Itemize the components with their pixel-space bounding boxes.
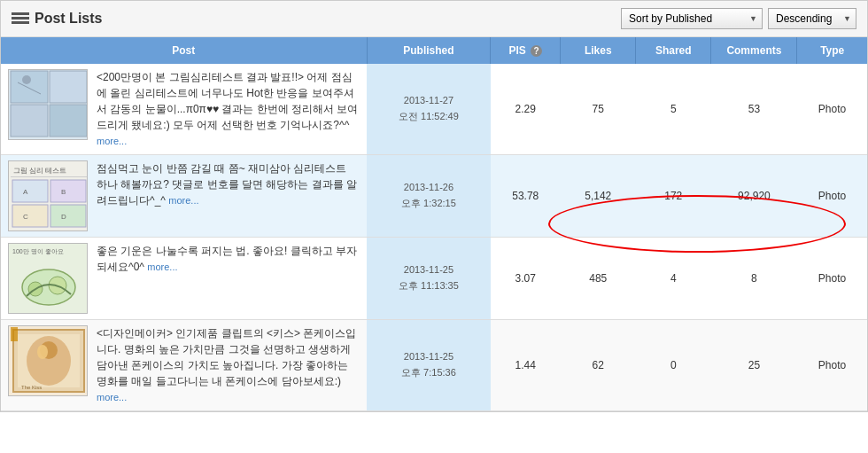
post-table: Post Published PIS ? Likes Shared Commen… — [1, 37, 867, 411]
comments-cell: 25 — [711, 320, 797, 411]
svg-rect-13 — [12, 180, 48, 202]
more-link[interactable]: more... — [97, 392, 127, 402]
order-select[interactable]: Descending Ascending — [768, 8, 856, 29]
sort-select-wrapper: Sort by Published Sort by Likes Sort by … — [621, 8, 763, 29]
svg-rect-0 — [12, 12, 29, 15]
svg-rect-15 — [12, 205, 48, 227]
shared-cell: 0 — [636, 320, 711, 411]
comments-cell: 8 — [711, 238, 797, 320]
svg-text:The Kiss: The Kiss — [21, 385, 42, 390]
likes-cell: 5,142 — [561, 155, 636, 238]
published-cell: 2013-11-25오후 7:15:36 — [367, 320, 491, 411]
svg-rect-7 — [50, 105, 87, 137]
published-date: 2013-11-27 — [404, 95, 453, 105]
post-thumbnail — [8, 69, 88, 140]
published-cell: 2013-11-26오후 1:32:15 — [367, 155, 491, 238]
col-post: Post — [1, 37, 367, 64]
post-cell: 100만 명이 좋아요 좋은 기운은 나눌수록 퍼지는 법. 좋아요! 클릭하고… — [1, 238, 367, 320]
type-cell: Photo — [797, 155, 867, 238]
post-text: <디자인메이커> 인기제품 클립트의 <키스> 폰케이스입니다. 명화의 높은 … — [97, 325, 360, 405]
post-text: 좋은 기운은 나눌수록 퍼지는 법. 좋아요! 클릭하고 부자되세요^0^ mo… — [97, 243, 360, 275]
shared-cell: 4 — [636, 238, 711, 320]
svg-point-31 — [37, 345, 48, 359]
pis-cell: 1.44 — [491, 320, 561, 411]
post-cell: The Kiss <디자인메이커> 인기제품 클립트의 <키스> 폰케이스입니다… — [1, 320, 367, 411]
pis-help-icon[interactable]: ? — [531, 45, 542, 57]
svg-rect-16 — [50, 205, 86, 227]
col-likes: Likes — [561, 37, 636, 64]
svg-point-9 — [22, 75, 31, 84]
published-cell: 2013-11-27오전 11:52:49 — [367, 64, 491, 155]
table-container: Post Published PIS ? Likes Shared Commen… — [1, 37, 867, 411]
header-bar: Post Lists Sort by Published Sort by Lik… — [1, 1, 867, 37]
svg-text:B: B — [61, 188, 66, 196]
svg-text:D: D — [61, 213, 66, 221]
likes-cell: 485 — [561, 238, 636, 320]
post-text: <200만명이 본 그림심리테스트 결과 발표!!> 어제 점심에 올린 심리테… — [97, 69, 360, 149]
col-shared: Shared — [636, 37, 711, 64]
svg-rect-2 — [12, 21, 29, 24]
col-pis: PIS ? — [491, 37, 561, 64]
svg-rect-12 — [11, 176, 87, 177]
svg-text:C: C — [23, 213, 28, 221]
more-link[interactable]: more... — [168, 195, 198, 206]
pis-cell: 3.07 — [491, 238, 561, 320]
svg-text:A: A — [23, 188, 28, 196]
type-cell: Photo — [797, 238, 867, 320]
post-row: 100만 명이 좋아요 좋은 기운은 나눌수록 퍼지는 법. 좋아요! 클릭하고… — [8, 243, 360, 314]
table-row: The Kiss <디자인메이커> 인기제품 클립트의 <키스> 폰케이스입니다… — [1, 320, 867, 411]
shared-cell: 172 — [636, 155, 711, 238]
table-header-row: Post Published PIS ? Likes Shared Commen… — [1, 37, 867, 64]
col-published: Published — [367, 37, 491, 64]
svg-text:100만 명이 좋아요: 100만 명이 좋아요 — [12, 248, 64, 255]
pis-cell: 2.29 — [491, 64, 561, 155]
type-cell: Photo — [797, 64, 867, 155]
svg-rect-5 — [50, 71, 87, 103]
comments-cell: 92,920 — [711, 155, 797, 238]
post-cell: <200만명이 본 그림심리테스트 결과 발표!!> 어제 점심에 올린 심리테… — [1, 64, 367, 155]
more-link[interactable]: more... — [97, 136, 127, 146]
post-row: <200만명이 본 그림심리테스트 결과 발표!!> 어제 점심에 올린 심리테… — [8, 69, 360, 149]
svg-rect-14 — [50, 180, 86, 202]
published-time: 오전 11:52:49 — [399, 111, 459, 121]
likes-cell: 62 — [561, 320, 636, 411]
published-date: 2013-11-25 — [404, 351, 453, 362]
svg-rect-4 — [11, 71, 48, 103]
published-cell: 2013-11-25오후 11:13:35 — [367, 238, 491, 320]
svg-rect-1 — [12, 17, 29, 20]
table-row: 그림 심리 테스트 A B C D 점심먹고 눈이 반쯤 감길 때 쯤~ 재미삼… — [1, 155, 867, 238]
page-title: Post Lists — [12, 11, 102, 27]
more-link[interactable]: more... — [147, 262, 177, 272]
post-row: The Kiss <디자인메이커> 인기제품 클립트의 <키스> 폰케이스입니다… — [8, 325, 360, 405]
order-select-wrapper: Descending Ascending — [768, 8, 856, 29]
post-thumbnail: The Kiss — [8, 325, 88, 396]
post-cell: 그림 심리 테스트 A B C D 점심먹고 눈이 반쯤 감길 때 쯤~ 재미삼… — [1, 155, 367, 238]
published-time: 오후 1:32:15 — [401, 198, 456, 208]
published-date: 2013-11-26 — [404, 182, 453, 192]
published-time: 오후 11:13:35 — [399, 280, 459, 291]
svg-rect-33 — [11, 327, 18, 341]
svg-text:그림 심리 테스트: 그림 심리 테스트 — [13, 167, 66, 175]
col-type: Type — [797, 37, 867, 64]
likes-cell: 75 — [561, 64, 636, 155]
post-thumbnail: 100만 명이 좋아요 — [8, 243, 88, 314]
table-row: 100만 명이 좋아요 좋은 기운은 나눌수록 퍼지는 법. 좋아요! 클릭하고… — [1, 238, 867, 320]
sort-select[interactable]: Sort by Published Sort by Likes Sort by … — [621, 8, 763, 29]
shared-cell: 5 — [636, 64, 711, 155]
header-controls: Sort by Published Sort by Likes Sort by … — [621, 8, 856, 29]
comments-cell: 53 — [711, 64, 797, 155]
type-cell: Photo — [797, 320, 867, 411]
svg-rect-6 — [11, 105, 48, 137]
table-row: <200만명이 본 그림심리테스트 결과 발표!!> 어제 점심에 올린 심리테… — [1, 64, 867, 155]
page-title-text: Post Lists — [35, 11, 102, 27]
pis-cell: 53.78 — [491, 155, 561, 238]
post-row: 그림 심리 테스트 A B C D 점심먹고 눈이 반쯤 감길 때 쯤~ 재미삼… — [8, 160, 360, 231]
published-time: 오후 7:15:36 — [401, 367, 456, 378]
table-body: <200만명이 본 그림심리테스트 결과 발표!!> 어제 점심에 올린 심리테… — [1, 64, 867, 411]
post-thumbnail: 그림 심리 테스트 A B C D — [8, 160, 88, 231]
published-date: 2013-11-25 — [404, 264, 453, 275]
post-text: 점심먹고 눈이 반쯤 감길 때 쯤~ 재미삼아 심리테스트 하나 해볼까요? 댓… — [97, 160, 360, 208]
col-comments: Comments — [711, 37, 797, 64]
list-icon — [12, 12, 29, 26]
